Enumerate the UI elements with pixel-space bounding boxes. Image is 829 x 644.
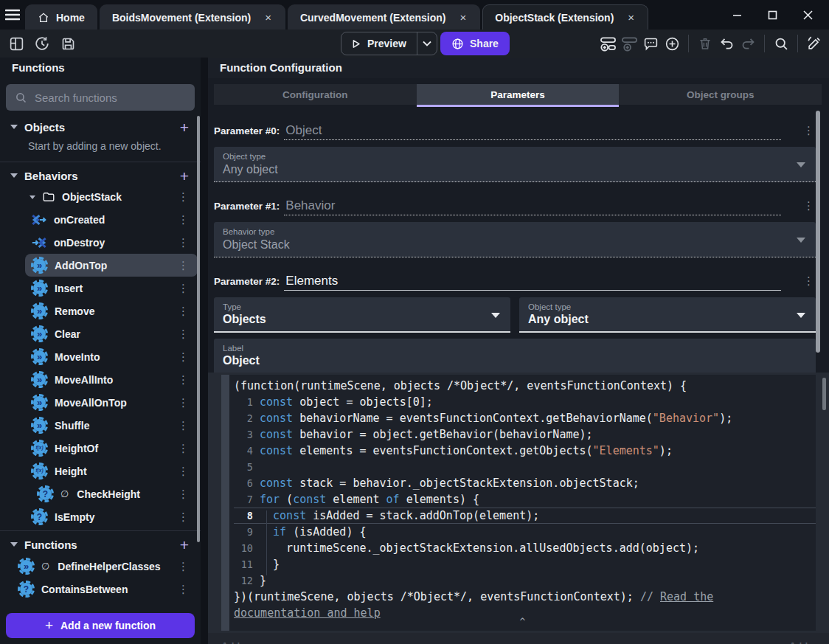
event-drag-handle[interactable] <box>221 375 229 631</box>
section-behaviors[interactable]: Behaviors+ <box>0 165 201 186</box>
chevron-down-icon[interactable] <box>30 195 35 199</box>
function-item-remove[interactable]: »Remove⋮ <box>25 300 198 322</box>
item-menu-icon[interactable]: ⋮ <box>173 560 193 573</box>
js-code-event[interactable]: (function(runtimeScene, objects /*Object… <box>221 375 816 631</box>
search-input[interactable] <box>35 91 186 104</box>
item-menu-icon[interactable]: ⋮ <box>173 465 193 478</box>
parameter-name-field[interactable]: Object <box>284 123 781 140</box>
parameter-menu-icon[interactable]: ⋮ <box>802 199 816 215</box>
documentation-link[interactable]: Read the <box>660 590 713 603</box>
function-item-containsbetween[interactable]: ?ContainsBetween⋮ <box>12 578 198 600</box>
item-menu-icon[interactable]: ⋮ <box>173 396 193 409</box>
add-circle-icon[interactable] <box>663 35 681 52</box>
chevron-down-icon[interactable] <box>417 41 437 46</box>
undo-icon[interactable] <box>718 35 735 52</box>
chevron-down-icon[interactable] <box>10 542 18 547</box>
add-icon[interactable]: + <box>178 537 190 553</box>
item-menu-icon[interactable]: ⋮ <box>173 328 193 341</box>
maximize-icon[interactable] <box>761 5 783 24</box>
object-type-select[interactable]: Object typeAny object <box>214 147 816 182</box>
tab-curvedmovement[interactable]: CurvedMovement (Extension)× <box>288 4 480 30</box>
function-item-moveinto[interactable]: »MoveInto⋮ <box>25 345 198 368</box>
function-item-insert[interactable]: »Insert⋮ <box>25 277 198 300</box>
item-menu-icon[interactable]: ⋮ <box>173 213 193 226</box>
behavior-type-select[interactable]: Behavior typeObject Stack <box>214 222 816 257</box>
tab-configuration[interactable]: Configuration <box>214 84 417 105</box>
item-menu-icon[interactable]: ⋮ <box>173 442 193 455</box>
preview-button[interactable]: Preview <box>341 32 437 55</box>
add-icon[interactable]: + <box>178 168 190 184</box>
add-subevent-icon[interactable] <box>620 35 638 52</box>
code-scrollbar[interactable] <box>822 378 826 410</box>
comment-icon[interactable] <box>642 35 659 52</box>
function-item-definehelperclasses[interactable]: »∅DefineHelperClasses⋮ <box>12 555 198 578</box>
parameter-name-field[interactable]: Behavior <box>284 198 781 215</box>
item-menu-icon[interactable]: ⋮ <box>173 282 193 295</box>
function-item-moveallontop[interactable]: »MoveAllOnTop⋮ <box>25 391 198 414</box>
item-menu-icon[interactable]: ⋮ <box>173 373 193 387</box>
parameter-menu-icon[interactable]: ⋮ <box>802 274 816 291</box>
item-menu-icon[interactable]: ⋮ <box>173 236 193 249</box>
section-objects[interactable]: Objects+ <box>0 117 201 137</box>
action-icon: » <box>31 302 48 319</box>
delete-icon[interactable] <box>696 35 714 52</box>
add-event-icon[interactable] <box>599 35 617 52</box>
item-menu-icon[interactable]: ⋮ <box>173 488 193 501</box>
chevron-down-icon[interactable] <box>10 173 18 178</box>
function-item-checkheight[interactable]: ?∅CheckHeight⋮ <box>25 482 198 505</box>
action-icon: » <box>31 417 48 434</box>
add-function-button[interactable]: + Add a new function <box>6 613 195 638</box>
label-select[interactable]: LabelObject <box>214 339 816 373</box>
item-menu-icon[interactable]: ⋮ <box>173 583 193 596</box>
function-item-addontop[interactable]: »AddOnTop⋮ <box>25 254 198 277</box>
close-tab-icon[interactable]: × <box>263 11 273 24</box>
function-item-oncreated[interactable]: onCreated⋮ <box>25 208 198 231</box>
redo-icon[interactable] <box>739 35 757 52</box>
line-number: 6 <box>234 477 253 489</box>
function-item-height[interactable]: f(x)Height⋮ <box>25 460 198 482</box>
object-type-select[interactable]: Object typeAny object <box>519 297 816 333</box>
parameter-menu-icon[interactable]: ⋮ <box>802 124 816 140</box>
sidebar-scrollbar[interactable] <box>197 116 200 542</box>
group-objectstack[interactable]: ObjectStack⋮ <box>0 186 201 208</box>
function-item-shuffle[interactable]: »Shuffle⋮ <box>25 414 198 437</box>
share-button[interactable]: Share <box>440 32 510 55</box>
field-value: Any object <box>223 163 278 176</box>
tab-parameters[interactable]: Parameters <box>417 84 620 105</box>
tab-home[interactable]: Home <box>25 4 97 30</box>
function-item-ondestroy[interactable]: onDestroy⋮ <box>25 231 198 254</box>
tab-objectstack[interactable]: ObjectStack (Extension)× <box>482 4 648 30</box>
close-tab-icon[interactable]: × <box>626 11 636 24</box>
code-editor[interactable]: (function(runtimeScene, objects /*Object… <box>229 375 816 631</box>
add-icon[interactable]: + <box>178 120 190 135</box>
tab-object-groups[interactable]: Object groups <box>619 84 822 105</box>
function-item-moveallinto[interactable]: »MoveAllInto⋮ <box>25 368 198 391</box>
function-item-heightof[interactable]: f(x)HeightOf⋮ <box>25 437 198 460</box>
search-icon[interactable] <box>772 35 790 52</box>
type-select[interactable]: TypeObjects <box>214 297 510 333</box>
close-tab-icon[interactable]: × <box>459 11 468 24</box>
function-item-clear[interactable]: »Clear⋮ <box>25 322 198 345</box>
parameter-name-field[interactable]: Elements <box>284 274 781 291</box>
item-menu-icon[interactable]: ⋮ <box>173 305 193 318</box>
section-functions[interactable]: Functions+ <box>0 534 201 555</box>
save-icon[interactable] <box>59 35 77 52</box>
chevron-down-icon[interactable] <box>10 125 18 129</box>
function-label: Shuffle <box>55 420 89 432</box>
item-menu-icon[interactable]: ⋮ <box>173 350 193 364</box>
parameters-scrollbar[interactable] <box>816 111 820 353</box>
item-menu-icon[interactable]: ⋮ <box>173 259 193 272</box>
collapse-caret[interactable]: ^ <box>229 617 816 626</box>
edit-icon[interactable] <box>805 35 823 52</box>
history-icon[interactable] <box>33 35 51 52</box>
panels-icon[interactable] <box>7 35 25 52</box>
item-menu-icon[interactable]: ⋮ <box>173 419 193 432</box>
minimize-icon[interactable] <box>726 5 748 24</box>
close-icon[interactable] <box>797 5 819 24</box>
tab-boidsmovement[interactable]: BoidsMovement (Extension)× <box>100 4 285 30</box>
item-menu-icon[interactable]: ⋮ <box>173 510 193 524</box>
search-box[interactable] <box>6 84 195 111</box>
function-item-isempty[interactable]: ?IsEmpty⋮ <box>25 505 198 528</box>
hamburger-icon[interactable] <box>0 2 25 27</box>
item-menu-icon[interactable]: ⋮ <box>173 190 193 204</box>
